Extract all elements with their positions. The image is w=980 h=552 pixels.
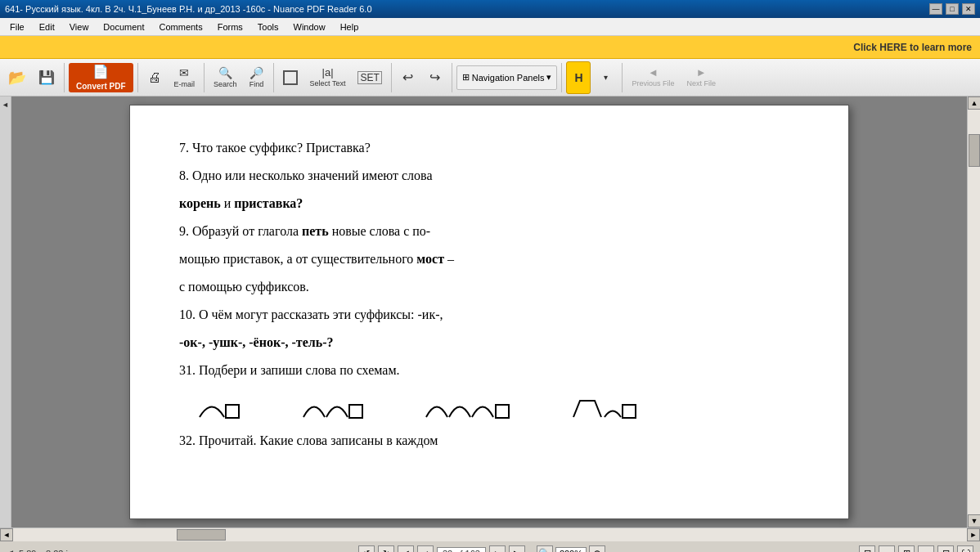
pdf-text-dash: – [444,252,454,266]
zoom-out-button[interactable]: 🔍 [537,545,553,553]
scroll-down-button[interactable]: ▼ [968,514,980,527]
menu-window[interactable]: Window [287,20,332,34]
save-icon: 💾 [38,71,55,84]
undo-button[interactable]: ↩ [396,61,420,94]
page-dimensions: 5,89 x 8,23 in [19,549,73,553]
scroll-up-button[interactable]: ▲ [968,96,980,110]
page-nav-area: ↺ ↻ ◀ ◄ 32 of 163 ► ▶ 🔍 200% ⊕ [111,545,852,553]
separator-7 [561,63,562,92]
nav-panels-button[interactable]: ⊞ Navigation Panels ▾ [456,65,558,90]
pdf-text-10b: -ок-, -ушк-, -ёнок-, -тель-? [179,335,334,349]
view-continuous[interactable]: ≡ [879,545,895,553]
frame-icon [283,70,298,85]
pdf-area: 7. Что такое суффикс? Приставка? 8. Одно… [11,96,967,527]
pdf-line-9b: мощью приставок, а от существительного м… [179,249,799,269]
view-thumbnails[interactable]: ⊟ [937,545,954,553]
scroll-track[interactable] [968,110,980,514]
email-button[interactable]: ✉ E-mail [169,61,200,94]
view-fit-width[interactable]: ↔ [918,545,934,553]
maximize-button[interactable]: □ [946,3,959,15]
separator-5 [391,63,392,92]
pdf-text-32: 32. Прочитай. Какие слова записаны в каж… [179,433,438,447]
search-icon: 🔍 [218,67,232,79]
open-icon: 📂 [8,70,26,85]
pdf-text-koren: корень [179,196,221,210]
menu-view[interactable]: View [63,20,96,34]
select-text-icon: |a| [322,67,334,78]
convert-pdf-label: Convert PDF [76,82,126,91]
pdf-page: 7. Что такое суффикс? Приставка? 8. Одно… [129,105,849,519]
frame-select-button[interactable] [278,61,303,94]
menu-document[interactable]: Document [97,20,151,34]
pdf-text-31: 31. Подбери и запиши слова по схемам. [179,363,400,377]
set-button[interactable]: SET [353,61,386,94]
view-fullscreen[interactable]: ⛶ [957,545,973,553]
minimize-button[interactable]: — [929,3,942,15]
ad-bar[interactable]: Click HERE to learn more [0,36,980,59]
menu-file[interactable]: File [3,20,31,34]
pdf-line-7: 7. Что такое суффикс? Приставка? [179,138,799,158]
hscroll-left-button[interactable]: ◄ [0,528,13,541]
select-text-button[interactable]: |a| Select Text [305,61,351,94]
menu-tools[interactable]: Tools [251,20,285,34]
page-current: 32 of 163 [437,547,486,553]
print-button[interactable]: 🖨 [142,61,167,94]
find-button[interactable]: 🔎 Find [245,61,269,94]
separator-8 [622,63,623,92]
search-label: Search [214,80,237,88]
scroll-thumb[interactable] [969,134,980,167]
next-file-label: Next File [687,79,717,88]
highlight-button[interactable]: H [566,61,591,94]
nav-next-page[interactable]: ► [489,545,506,553]
title-bar-controls: — □ ✕ [929,3,975,15]
search-button[interactable]: 🔍 Search [209,61,242,94]
page-current-num: 32 [443,549,452,553]
save-button[interactable]: 💾 [34,61,60,94]
convert-pdf-button[interactable]: 📄 Convert PDF [69,63,133,92]
prev-file-button[interactable]: ◄ Previous File [627,61,679,94]
pdf-text-pristavka: приставка? [234,196,303,210]
separator-3 [204,63,205,92]
redo-button[interactable]: ↪ [423,61,447,94]
pdf-text-most: мост [416,252,444,266]
open-button[interactable]: 📂 [3,61,31,94]
pdf-text-i: и [224,196,235,210]
pdf-line-10b: -ок-, -ушк-, -ёнок-, -тель-? [179,333,799,352]
hscroll-thumb[interactable] [177,529,226,541]
nav-first-page[interactable]: ◀ [398,545,414,553]
window-title: 641- Русский язык. 4кл. В 2ч. Ч.1_Бунеев… [5,4,372,14]
pdf-line-9c: с помощью суффиксов. [179,277,799,297]
pdf-text-10a: 10. О чём могут рассказать эти суффиксы:… [179,307,443,321]
nav-rotate-right[interactable]: ↻ [378,545,394,553]
schema-1 [196,388,253,421]
zoom-in-button[interactable]: ⊕ [589,545,605,553]
left-panel-expand[interactable]: ◄ [1,100,11,110]
nav-rotate-left[interactable]: ↺ [358,545,375,553]
menu-forms[interactable]: Forms [211,20,249,34]
hscroll-track[interactable] [13,528,967,541]
next-file-icon: ► [696,67,707,78]
next-file-button[interactable]: ► Next File [682,61,722,94]
view-single-page[interactable]: ⊡ [859,545,875,553]
pdf-text-pet: петь [302,224,329,238]
close-button[interactable]: ✕ [962,3,975,15]
pdf-text-9cont: новые слова с по- [329,224,431,238]
pdf-line-31: 31. Подбери и запиши слова по схемам. [179,361,799,380]
email-label: E-mail [174,80,196,88]
hscroll-right-button[interactable]: ► [967,528,980,541]
nav-last-page[interactable]: ▶ [509,545,525,553]
menu-edit[interactable]: Edit [33,20,61,34]
page-of: of [455,549,465,553]
menu-comments[interactable]: Comments [153,20,209,34]
menu-help[interactable]: Help [334,20,366,34]
highlight-dropdown[interactable]: ▾ [593,61,618,94]
prev-file-icon: ◄ [648,67,659,78]
nav-panels-dropdown-icon: ▾ [546,72,551,83]
bottom-scrollbar: ◄ ► [0,527,980,541]
pdf-line-8b: корень и приставка? [179,194,799,213]
view-two-page[interactable]: ⊞ [898,545,915,553]
print-icon: 🖨 [148,71,161,84]
select-text-label: Select Text [310,79,346,88]
nav-prev-page[interactable]: ◄ [417,545,434,553]
zoom-controls: 🔍 200% ⊕ [537,545,605,553]
